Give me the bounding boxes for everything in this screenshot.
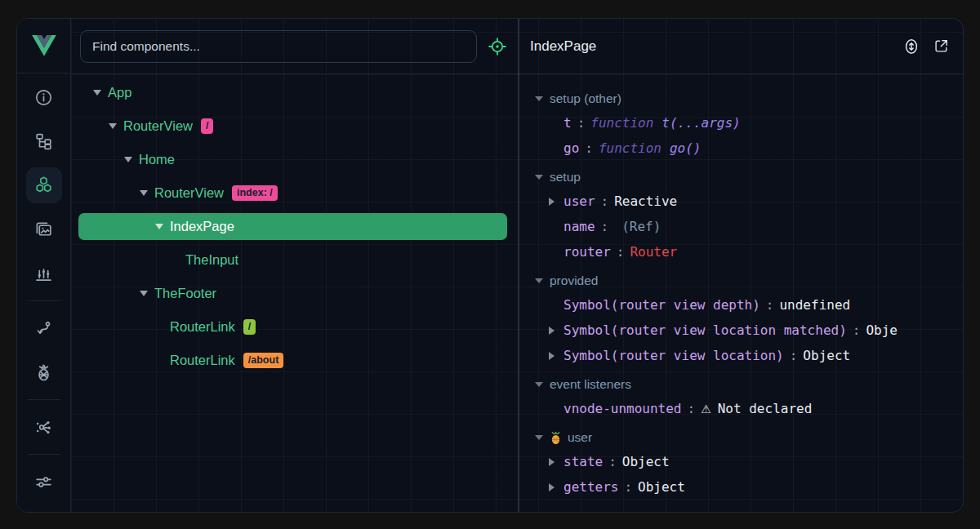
section-header[interactable]: user <box>519 426 963 449</box>
caret-right-icon[interactable] <box>549 352 564 360</box>
caret-down-glyph <box>535 96 543 101</box>
section-label: user <box>568 430 592 445</box>
function-keyword: function <box>599 140 662 156</box>
property-key: vnode-unmounted <box>564 401 682 416</box>
tree-node-label: TheFooter <box>154 286 216 301</box>
tree-node-home-2[interactable]: Home <box>78 146 507 173</box>
graph-icon[interactable] <box>22 405 66 449</box>
property-row[interactable]: getters:Object <box>519 474 963 500</box>
property-colon: : <box>853 322 861 338</box>
pages-tree-icon[interactable] <box>22 119 66 163</box>
search-input[interactable] <box>80 30 477 63</box>
open-in-editor-icon[interactable] <box>933 38 950 55</box>
caret-down-icon[interactable] <box>124 157 139 162</box>
property-key: Symbol(router view location matched) <box>564 322 847 338</box>
tree-toolbar <box>71 19 519 74</box>
info-icon[interactable] <box>22 75 66 119</box>
caret-down-glyph <box>155 224 163 229</box>
tree-node-indexpage-4[interactable]: IndexPage <box>78 213 507 240</box>
property-row[interactable]: Symbol(router view depth):undefined <box>519 292 963 318</box>
assets-icon[interactable] <box>22 207 66 251</box>
pinia-icon[interactable] <box>22 350 66 394</box>
caret-down-icon[interactable] <box>535 175 550 180</box>
caret-down-icon[interactable] <box>140 190 154 196</box>
property-row[interactable]: vnode-unmounted:⚠Not declared <box>519 396 963 421</box>
property-key: name <box>564 219 595 234</box>
property-row[interactable]: Symbol(router view location matched):Obj… <box>519 318 963 343</box>
function-signature: t(...args) <box>662 115 740 131</box>
router-icon[interactable] <box>22 306 66 350</box>
tree-node-app-0[interactable]: App <box>78 79 507 106</box>
sidebar-divider <box>28 454 60 455</box>
tree-node-theinput-5[interactable]: TheInput <box>78 247 507 273</box>
caret-down-glyph <box>140 190 148 196</box>
devtools-window: AppRouterView/HomeRouterViewindex: /Inde… <box>16 18 964 513</box>
tree-node-routerlink-7[interactable]: RouterLink/ <box>78 313 507 340</box>
property-key: state <box>564 454 603 469</box>
caret-right-glyph <box>549 483 555 491</box>
property-key: t <box>564 115 572 131</box>
components-icon[interactable] <box>22 163 66 207</box>
route-badge: index: / <box>232 185 278 201</box>
caret-right-glyph <box>549 458 555 466</box>
property-key: Symbol(router view location) <box>564 348 784 363</box>
timeline-icon[interactable] <box>22 251 66 296</box>
caret-down-glyph <box>535 435 543 440</box>
property-value: Not declared <box>718 401 813 416</box>
sidebar-nav <box>17 73 70 512</box>
scroll-to-component-icon[interactable] <box>902 38 920 56</box>
tree-node-routerview-1[interactable]: RouterView/ <box>78 113 507 140</box>
tree-node-routerview-3[interactable]: RouterViewindex: / <box>78 180 507 207</box>
route-badge: / <box>243 319 256 335</box>
caret-right-icon[interactable] <box>549 483 564 491</box>
settings-icon[interactable] <box>22 460 66 504</box>
route-badge: / <box>201 118 213 134</box>
property-row[interactable]: router:Router <box>519 239 963 264</box>
tree-node-label: RouterView <box>123 118 193 134</box>
caret-down-icon[interactable] <box>535 96 550 101</box>
tree-node-thefooter-6[interactable]: TheFooter <box>78 280 507 307</box>
caret-down-icon[interactable] <box>140 291 154 296</box>
property-row[interactable]: t:functiont(...args) <box>519 110 963 136</box>
caret-down-glyph <box>535 382 543 387</box>
tree-node-routerlink-8[interactable]: RouterLink/about <box>78 347 507 374</box>
property-colon: : <box>617 244 625 260</box>
property-key: router <box>564 244 611 260</box>
caret-right-glyph <box>549 352 555 360</box>
section-header[interactable]: setup (other) <box>519 87 963 110</box>
caret-right-icon[interactable] <box>549 198 564 206</box>
section-setup: setupuser:Reactivename:(Ref)router:Route… <box>519 166 963 264</box>
caret-right-icon[interactable] <box>549 458 564 466</box>
property-colon: : <box>766 297 774 313</box>
caret-right-icon[interactable] <box>549 327 564 335</box>
caret-down-icon[interactable] <box>535 278 550 283</box>
caret-right-glyph <box>549 198 555 206</box>
property-row[interactable]: user:Reactive <box>519 189 963 214</box>
inspect-target-icon[interactable] <box>488 37 507 56</box>
property-row[interactable]: Symbol(router view location):Object <box>519 343 963 368</box>
caret-right-glyph <box>549 327 555 335</box>
section-header[interactable]: setup <box>519 166 963 189</box>
section-header[interactable]: event listeners <box>519 373 963 396</box>
function-signature: go() <box>670 140 702 156</box>
property-value: Object <box>638 479 685 495</box>
tree-node-label: App <box>108 85 131 100</box>
section-header[interactable]: provided <box>519 269 963 292</box>
property-colon: : <box>601 219 609 234</box>
property-colon: : <box>601 193 609 209</box>
property-value: Object <box>622 454 670 469</box>
section-label: event listeners <box>550 377 631 392</box>
property-row[interactable]: name:(Ref) <box>519 214 963 239</box>
panel-splitter[interactable] <box>518 19 519 512</box>
caret-down-icon[interactable] <box>535 382 550 387</box>
caret-down-icon[interactable] <box>535 435 550 440</box>
inspector-header-icons <box>902 38 950 56</box>
property-value: undefined <box>779 297 850 313</box>
property-row[interactable]: go:functiongo() <box>519 136 963 161</box>
caret-down-icon[interactable] <box>155 224 170 229</box>
caret-down-icon[interactable] <box>109 123 123 129</box>
tree-node-label: TheInput <box>185 252 238 268</box>
caret-down-icon[interactable] <box>93 90 108 96</box>
property-colon: : <box>608 454 617 469</box>
property-row[interactable]: state:Object <box>519 449 963 474</box>
